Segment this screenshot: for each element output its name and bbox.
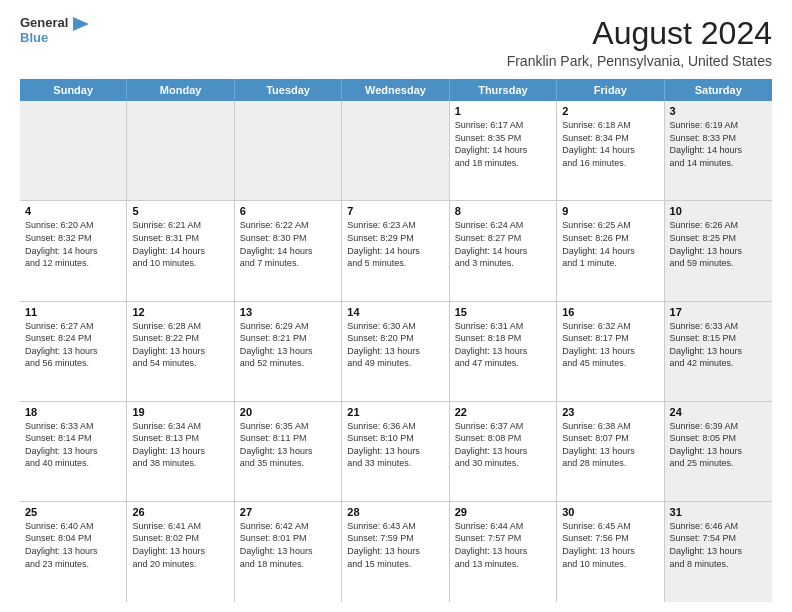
day-info: Sunrise: 6:42 AM Sunset: 8:01 PM Dayligh… — [240, 520, 336, 570]
calendar-cell: 10Sunrise: 6:26 AM Sunset: 8:25 PM Dayli… — [665, 201, 772, 300]
calendar-cell: 23Sunrise: 6:38 AM Sunset: 8:07 PM Dayli… — [557, 402, 664, 501]
calendar-cell — [127, 101, 234, 200]
subtitle: Franklin Park, Pennsylvania, United Stat… — [507, 53, 772, 69]
calendar-cell: 11Sunrise: 6:27 AM Sunset: 8:24 PM Dayli… — [20, 302, 127, 401]
day-number: 29 — [455, 506, 551, 518]
day-number: 3 — [670, 105, 767, 117]
calendar-cell: 29Sunrise: 6:44 AM Sunset: 7:57 PM Dayli… — [450, 502, 557, 602]
calendar-row: 18Sunrise: 6:33 AM Sunset: 8:14 PM Dayli… — [20, 402, 772, 502]
calendar-cell: 28Sunrise: 6:43 AM Sunset: 7:59 PM Dayli… — [342, 502, 449, 602]
day-number: 11 — [25, 306, 121, 318]
calendar-cell: 30Sunrise: 6:45 AM Sunset: 7:56 PM Dayli… — [557, 502, 664, 602]
day-number: 12 — [132, 306, 228, 318]
day-info: Sunrise: 6:32 AM Sunset: 8:17 PM Dayligh… — [562, 320, 658, 370]
calendar-cell: 3Sunrise: 6:19 AM Sunset: 8:33 PM Daylig… — [665, 101, 772, 200]
calendar-header-cell: Monday — [127, 79, 234, 101]
calendar-cell: 2Sunrise: 6:18 AM Sunset: 8:34 PM Daylig… — [557, 101, 664, 200]
day-info: Sunrise: 6:24 AM Sunset: 8:27 PM Dayligh… — [455, 219, 551, 269]
day-info: Sunrise: 6:41 AM Sunset: 8:02 PM Dayligh… — [132, 520, 228, 570]
day-info: Sunrise: 6:30 AM Sunset: 8:20 PM Dayligh… — [347, 320, 443, 370]
day-number: 5 — [132, 205, 228, 217]
calendar-row: 25Sunrise: 6:40 AM Sunset: 8:04 PM Dayli… — [20, 502, 772, 602]
day-info: Sunrise: 6:40 AM Sunset: 8:04 PM Dayligh… — [25, 520, 121, 570]
day-info: Sunrise: 6:28 AM Sunset: 8:22 PM Dayligh… — [132, 320, 228, 370]
calendar-cell — [342, 101, 449, 200]
day-number: 23 — [562, 406, 658, 418]
day-info: Sunrise: 6:46 AM Sunset: 7:54 PM Dayligh… — [670, 520, 767, 570]
calendar-cell: 18Sunrise: 6:33 AM Sunset: 8:14 PM Dayli… — [20, 402, 127, 501]
calendar-row: 1Sunrise: 6:17 AM Sunset: 8:35 PM Daylig… — [20, 101, 772, 201]
day-info: Sunrise: 6:33 AM Sunset: 8:14 PM Dayligh… — [25, 420, 121, 470]
day-number: 20 — [240, 406, 336, 418]
day-info: Sunrise: 6:18 AM Sunset: 8:34 PM Dayligh… — [562, 119, 658, 169]
day-number: 16 — [562, 306, 658, 318]
calendar-header: SundayMondayTuesdayWednesdayThursdayFrid… — [20, 79, 772, 101]
calendar-header-cell: Thursday — [450, 79, 557, 101]
calendar-cell: 14Sunrise: 6:30 AM Sunset: 8:20 PM Dayli… — [342, 302, 449, 401]
calendar-header-cell: Saturday — [665, 79, 772, 101]
day-number: 7 — [347, 205, 443, 217]
day-info: Sunrise: 6:27 AM Sunset: 8:24 PM Dayligh… — [25, 320, 121, 370]
day-info: Sunrise: 6:37 AM Sunset: 8:08 PM Dayligh… — [455, 420, 551, 470]
day-info: Sunrise: 6:26 AM Sunset: 8:25 PM Dayligh… — [670, 219, 767, 269]
calendar-cell: 19Sunrise: 6:34 AM Sunset: 8:13 PM Dayli… — [127, 402, 234, 501]
header: General Blue August 2024 Franklin Park, … — [20, 16, 772, 69]
calendar-cell: 21Sunrise: 6:36 AM Sunset: 8:10 PM Dayli… — [342, 402, 449, 501]
day-number: 26 — [132, 506, 228, 518]
calendar-cell: 15Sunrise: 6:31 AM Sunset: 8:18 PM Dayli… — [450, 302, 557, 401]
calendar-cell: 7Sunrise: 6:23 AM Sunset: 8:29 PM Daylig… — [342, 201, 449, 300]
day-number: 27 — [240, 506, 336, 518]
day-number: 10 — [670, 205, 767, 217]
calendar-cell: 22Sunrise: 6:37 AM Sunset: 8:08 PM Dayli… — [450, 402, 557, 501]
day-number: 14 — [347, 306, 443, 318]
calendar-row: 11Sunrise: 6:27 AM Sunset: 8:24 PM Dayli… — [20, 302, 772, 402]
day-number: 21 — [347, 406, 443, 418]
day-info: Sunrise: 6:33 AM Sunset: 8:15 PM Dayligh… — [670, 320, 767, 370]
day-info: Sunrise: 6:29 AM Sunset: 8:21 PM Dayligh… — [240, 320, 336, 370]
calendar-header-cell: Sunday — [20, 79, 127, 101]
calendar-cell: 4Sunrise: 6:20 AM Sunset: 8:32 PM Daylig… — [20, 201, 127, 300]
day-number: 18 — [25, 406, 121, 418]
calendar-cell: 8Sunrise: 6:24 AM Sunset: 8:27 PM Daylig… — [450, 201, 557, 300]
calendar-row: 4Sunrise: 6:20 AM Sunset: 8:32 PM Daylig… — [20, 201, 772, 301]
day-number: 19 — [132, 406, 228, 418]
day-number: 4 — [25, 205, 121, 217]
day-info: Sunrise: 6:36 AM Sunset: 8:10 PM Dayligh… — [347, 420, 443, 470]
title-block: August 2024 Franklin Park, Pennsylvania,… — [507, 16, 772, 69]
logo: General Blue — [20, 16, 89, 45]
day-number: 24 — [670, 406, 767, 418]
day-info: Sunrise: 6:45 AM Sunset: 7:56 PM Dayligh… — [562, 520, 658, 570]
calendar-cell: 20Sunrise: 6:35 AM Sunset: 8:11 PM Dayli… — [235, 402, 342, 501]
calendar-cell — [20, 101, 127, 200]
day-number: 17 — [670, 306, 767, 318]
calendar-cell: 1Sunrise: 6:17 AM Sunset: 8:35 PM Daylig… — [450, 101, 557, 200]
day-number: 25 — [25, 506, 121, 518]
calendar-header-cell: Friday — [557, 79, 664, 101]
day-info: Sunrise: 6:23 AM Sunset: 8:29 PM Dayligh… — [347, 219, 443, 269]
calendar-cell: 12Sunrise: 6:28 AM Sunset: 8:22 PM Dayli… — [127, 302, 234, 401]
day-info: Sunrise: 6:38 AM Sunset: 8:07 PM Dayligh… — [562, 420, 658, 470]
calendar-cell — [235, 101, 342, 200]
day-number: 1 — [455, 105, 551, 117]
day-number: 15 — [455, 306, 551, 318]
day-number: 31 — [670, 506, 767, 518]
day-info: Sunrise: 6:19 AM Sunset: 8:33 PM Dayligh… — [670, 119, 767, 169]
day-number: 2 — [562, 105, 658, 117]
day-info: Sunrise: 6:17 AM Sunset: 8:35 PM Dayligh… — [455, 119, 551, 169]
day-info: Sunrise: 6:43 AM Sunset: 7:59 PM Dayligh… — [347, 520, 443, 570]
calendar-header-cell: Tuesday — [235, 79, 342, 101]
day-info: Sunrise: 6:34 AM Sunset: 8:13 PM Dayligh… — [132, 420, 228, 470]
day-number: 30 — [562, 506, 658, 518]
calendar-cell: 16Sunrise: 6:32 AM Sunset: 8:17 PM Dayli… — [557, 302, 664, 401]
day-number: 22 — [455, 406, 551, 418]
day-info: Sunrise: 6:22 AM Sunset: 8:30 PM Dayligh… — [240, 219, 336, 269]
day-info: Sunrise: 6:31 AM Sunset: 8:18 PM Dayligh… — [455, 320, 551, 370]
day-info: Sunrise: 6:35 AM Sunset: 8:11 PM Dayligh… — [240, 420, 336, 470]
day-number: 6 — [240, 205, 336, 217]
calendar-cell: 26Sunrise: 6:41 AM Sunset: 8:02 PM Dayli… — [127, 502, 234, 602]
calendar-cell: 9Sunrise: 6:25 AM Sunset: 8:26 PM Daylig… — [557, 201, 664, 300]
calendar-cell: 17Sunrise: 6:33 AM Sunset: 8:15 PM Dayli… — [665, 302, 772, 401]
main-title: August 2024 — [507, 16, 772, 51]
calendar-cell: 5Sunrise: 6:21 AM Sunset: 8:31 PM Daylig… — [127, 201, 234, 300]
calendar-cell: 6Sunrise: 6:22 AM Sunset: 8:30 PM Daylig… — [235, 201, 342, 300]
